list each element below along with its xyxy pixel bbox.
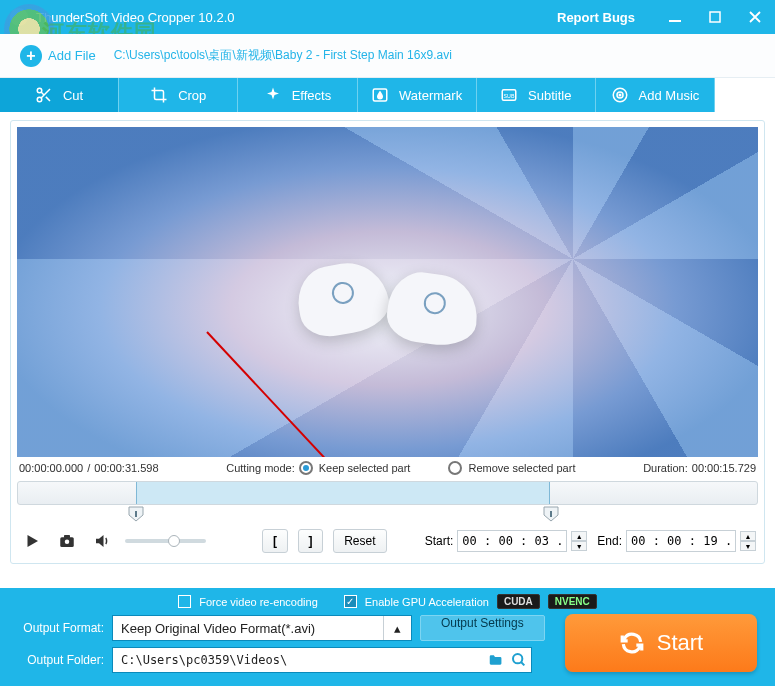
tab-effects[interactable]: Effects [238, 78, 357, 112]
end-time-field: End: ▲ ▼ [597, 530, 756, 552]
scissors-icon [35, 86, 53, 104]
volume-knob[interactable] [168, 535, 180, 547]
set-end-bracket-button[interactable]: ] [298, 529, 323, 553]
current-time: 00:00:00.000 [19, 462, 83, 474]
subtitle-icon: SUB [500, 86, 518, 104]
tab-subtitle[interactable]: SUB Subtitle [477, 78, 596, 112]
keep-selected-label: Keep selected part [319, 462, 411, 474]
report-bugs-link[interactable]: Report Bugs [557, 10, 635, 25]
total-time: 00:00:31.598 [94, 462, 158, 474]
svg-point-15 [513, 654, 522, 663]
start-spin-up[interactable]: ▲ [571, 531, 587, 541]
end-label: End: [597, 534, 622, 548]
remove-selected-label: Remove selected part [468, 462, 575, 474]
tab-label: Effects [292, 88, 332, 103]
add-file-button[interactable]: + Add File [10, 39, 106, 73]
music-icon [611, 86, 629, 104]
end-spin-up[interactable]: ▲ [740, 531, 756, 541]
droplet-icon [371, 86, 389, 104]
svg-point-2 [37, 88, 42, 93]
add-file-label: Add File [48, 48, 96, 63]
end-spin-down[interactable]: ▼ [740, 541, 756, 551]
crop-icon [150, 86, 168, 104]
gpu-accel-label: Enable GPU Acceleration [365, 596, 489, 608]
timeline-markers [17, 507, 758, 525]
cutting-mode-label: Cutting mode: [226, 462, 294, 474]
editor-panel: 00:00:00.000 / 00:00:31.598 Cutting mode… [10, 120, 765, 564]
start-spinner: ▲ ▼ [571, 531, 587, 551]
svg-rect-1 [710, 12, 720, 22]
controls-row: [ ] Reset Start: ▲ ▼ End: ▲ ▼ [17, 525, 758, 557]
svg-point-3 [37, 97, 42, 102]
refresh-icon [619, 630, 645, 656]
folder-search-icon[interactable] [507, 652, 531, 668]
output-format-combo[interactable]: Keep Original Video Format(*.avi) ▴ [112, 615, 412, 641]
volume-icon[interactable] [90, 530, 115, 552]
play-button[interactable] [19, 530, 44, 552]
svg-rect-0 [669, 20, 681, 22]
tab-watermark[interactable]: Watermark [358, 78, 477, 112]
meta-row: 00:00:00.000 / 00:00:31.598 Cutting mode… [17, 457, 758, 477]
output-folder-value[interactable]: C:\Users\pc0359\Videos\ [113, 653, 483, 667]
output-format-value: Keep Original Video Format(*.avi) [113, 621, 383, 636]
start-spin-down[interactable]: ▼ [571, 541, 587, 551]
tab-label: Add Music [639, 88, 700, 103]
tab-spacer [715, 78, 775, 112]
radio-keep-selected[interactable] [299, 461, 313, 475]
svg-text:SUB: SUB [504, 93, 515, 99]
start-label: Start: [425, 534, 454, 548]
checkbox-force-reencode[interactable] [178, 595, 191, 608]
tab-label: Subtitle [528, 88, 571, 103]
timeline-selection[interactable] [136, 482, 550, 504]
marker-end[interactable] [542, 505, 560, 523]
start-button-label: Start [657, 630, 703, 656]
tab-label: Watermark [399, 88, 462, 103]
volume-slider[interactable] [125, 539, 206, 543]
start-time-input[interactable] [457, 530, 567, 552]
chevron-up-icon[interactable]: ▴ [383, 616, 411, 640]
radio-remove-selected[interactable] [448, 461, 462, 475]
timeline-track[interactable] [17, 481, 758, 505]
set-start-bracket-button[interactable]: [ [262, 529, 287, 553]
end-time-input[interactable] [626, 530, 736, 552]
marker-start[interactable] [127, 505, 145, 523]
svg-point-9 [619, 94, 621, 96]
tab-crop[interactable]: Crop [119, 78, 238, 112]
end-spinner: ▲ ▼ [740, 531, 756, 551]
app-title: ThunderSoft Video Cropper 10.2.0 [36, 10, 557, 25]
checkbox-gpu-accel[interactable] [344, 595, 357, 608]
tool-tabs: Cut Crop Effects Watermark SUB Subtitle … [0, 78, 775, 112]
tab-add-music[interactable]: Add Music [596, 78, 715, 112]
cuda-badge: CUDA [497, 594, 540, 609]
annotation-arrow [197, 322, 377, 457]
svg-rect-14 [64, 535, 70, 538]
output-format-label: Output Format: [14, 621, 104, 635]
svg-point-13 [65, 540, 70, 545]
encoding-options: Force video re-encoding Enable GPU Accel… [14, 594, 761, 609]
file-row: + Add File C:\Users\pc\tools\桌面\新视频\Baby… [0, 34, 775, 78]
svg-line-10 [207, 332, 347, 457]
duration-label: Duration: [643, 462, 688, 474]
minimize-button[interactable] [655, 0, 695, 34]
current-file-path: C:\Users\pc\tools\桌面\新视频\Baby 2 - First … [114, 47, 452, 64]
bottom-bar: Force video re-encoding Enable GPU Accel… [0, 588, 775, 686]
output-folder-field: C:\Users\pc0359\Videos\ [112, 647, 532, 673]
tab-cut[interactable]: Cut [0, 78, 119, 112]
close-button[interactable] [735, 0, 775, 34]
folder-browse-icon[interactable] [483, 653, 507, 667]
reset-button[interactable]: Reset [333, 529, 386, 553]
tab-label: Crop [178, 88, 206, 103]
sparkle-icon [264, 86, 282, 104]
app-logo [10, 8, 28, 26]
start-button[interactable]: Start [565, 614, 757, 672]
nvenc-badge: NVENC [548, 594, 597, 609]
output-settings-button[interactable]: Output Settings [420, 615, 545, 641]
titlebar: ThunderSoft Video Cropper 10.2.0 Report … [0, 0, 775, 34]
snapshot-button[interactable] [54, 530, 79, 552]
tab-label: Cut [63, 88, 83, 103]
video-preview[interactable] [17, 127, 758, 457]
start-time-field: Start: ▲ ▼ [425, 530, 588, 552]
output-folder-label: Output Folder: [14, 653, 104, 667]
time-separator: / [87, 462, 90, 474]
maximize-button[interactable] [695, 0, 735, 34]
